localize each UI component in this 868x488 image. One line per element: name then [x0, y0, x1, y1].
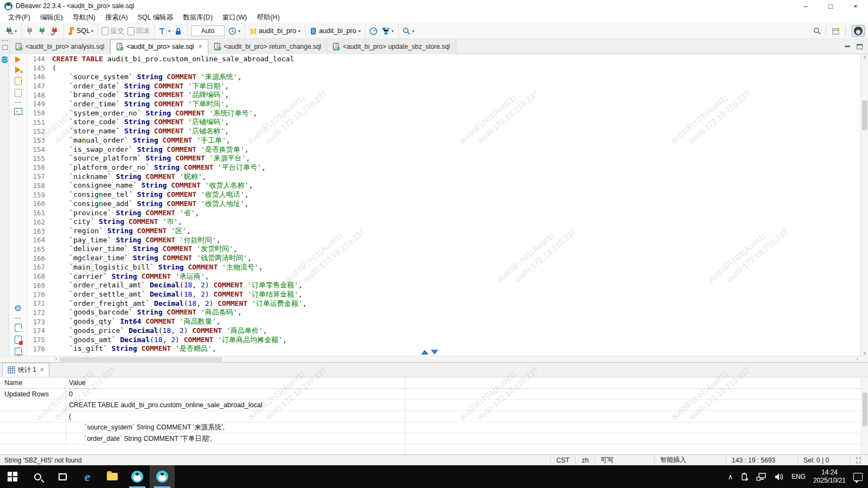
editor-tab-2[interactable]: <audit_bi_pro> return_change.sql: [208, 39, 327, 54]
sql-code-editor[interactable]: 144CREATE TABLE audit_bi_pro.custom_onli…: [27, 54, 860, 356]
execute-new-tab-button[interactable]: +: [15, 67, 21, 73]
table-row[interactable]: CREATE TABLE audit_bi_pro.custom_online_…: [0, 400, 868, 411]
table-row[interactable]: (: [0, 411, 868, 422]
menu-item-3[interactable]: 搜索(A): [100, 12, 133, 23]
line-number: 171: [27, 299, 52, 307]
disconnect-button[interactable]: [48, 25, 61, 37]
commit-button[interactable]: 提交: [100, 25, 125, 37]
schema-selector[interactable]: audit_bi_pro ▾: [307, 25, 362, 37]
close-tab-icon[interactable]: ×: [40, 367, 44, 373]
new-connection-button[interactable]: + ▾: [3, 25, 18, 37]
status-bar: String 'SBZ_HIS' not found CST zh 可写 智能插…: [0, 454, 868, 465]
scrollbar-thumb[interactable]: [60, 357, 222, 362]
code-line: 144CREATE TABLE audit_bi_pro.custom_onli…: [27, 54, 860, 63]
editor-vertical-scrollbar[interactable]: ∧ ∨: [860, 54, 868, 356]
open-terminal-button[interactable]: >_: [14, 108, 22, 115]
search-metadata-button[interactable]: ▾: [400, 25, 416, 37]
script-preview-button[interactable]: [15, 89, 22, 97]
scrollbar-thumb[interactable]: [862, 100, 867, 130]
internet-explorer-button[interactable]: e: [75, 465, 100, 488]
insert-mode-indicator[interactable]: 智能插入: [654, 455, 726, 465]
menu-item-6[interactable]: 窗口(W): [218, 12, 252, 23]
dashboard-button[interactable]: [367, 25, 380, 37]
panel-sash-control[interactable]: [421, 350, 438, 355]
code-line: 173 `goods_qty` Int64 COMMENT '商品数量',: [27, 317, 860, 326]
dbeaver-perspective-button[interactable]: [852, 25, 865, 37]
sql-editor-button[interactable]: SQL ▾: [66, 25, 95, 37]
transaction-log-button[interactable]: ▾: [156, 25, 172, 37]
window-minimize-button[interactable]: –: [793, 0, 818, 12]
connect-button[interactable]: [23, 25, 36, 37]
writable-indicator[interactable]: 可写: [595, 455, 654, 465]
statistics-tab[interactable]: 统计 1 ×: [2, 363, 49, 377]
volume-tray-icon[interactable]: [774, 473, 784, 481]
table-row[interactable]: Updated Rows0: [0, 389, 868, 400]
taskbar-search-button[interactable]: [25, 465, 50, 488]
editor-settings-button[interactable]: ⚙: [14, 304, 22, 313]
code-line: 147 `order_date` String COMMENT '下单日期',: [27, 81, 860, 91]
line-number: 157: [27, 172, 52, 181]
quick-access-search-button[interactable]: [811, 25, 824, 37]
timezone-indicator[interactable]: CST: [550, 455, 575, 465]
database-navigator-icon[interactable]: [1, 56, 9, 64]
invalidate-reconnect-button[interactable]: [36, 25, 48, 37]
window-close-button[interactable]: ×: [843, 0, 868, 12]
table-row[interactable]: `source_system` String COMMENT '来源系统',: [0, 422, 868, 434]
execute-statement-button[interactable]: [15, 56, 21, 63]
tray-expand-chevron[interactable]: ∧: [727, 473, 733, 481]
table-header-row: NameValue: [0, 377, 868, 389]
input-language-indicator[interactable]: ENG: [792, 473, 806, 480]
panel-scrollbar[interactable]: [861, 377, 868, 455]
lock-button[interactable]: [172, 25, 184, 37]
transaction-history-button[interactable]: ▾: [226, 25, 242, 37]
locale-indicator[interactable]: zh: [575, 455, 595, 465]
open-perspective-button[interactable]: [830, 25, 843, 37]
code-line: 146 `source_system` String COMMENT '来源系统…: [27, 72, 860, 81]
menu-item-5[interactable]: 数据库(D): [178, 12, 218, 23]
task-view-button[interactable]: [50, 465, 75, 488]
execute-script-button[interactable]: [15, 77, 22, 85]
taskbar-clock[interactable]: 14:24 2025/10/21: [813, 468, 846, 485]
menu-item-4[interactable]: SQL 编辑器: [133, 12, 178, 23]
minimize-view-button[interactable]: [845, 46, 850, 47]
menu-item-0[interactable]: 文件(F): [3, 12, 35, 23]
menu-item-1[interactable]: 编辑(E): [35, 12, 68, 23]
selection-indicator[interactable]: Sel: 0 | 0: [797, 455, 850, 465]
scrollbar-thumb[interactable]: [863, 393, 867, 426]
editor-horizontal-scrollbar[interactable]: ‹ ›: [0, 356, 868, 362]
line-number: 149: [27, 100, 52, 108]
maximize-view-button[interactable]: [857, 44, 863, 49]
scroll-right-arrow[interactable]: ›: [857, 356, 858, 362]
commit-icon: [101, 27, 108, 35]
scroll-left-arrow[interactable]: ‹: [55, 356, 57, 362]
export-result-button[interactable]: →: [15, 324, 22, 332]
scroll-down-arrow[interactable]: ∨: [861, 350, 868, 356]
sash-up-icon[interactable]: [421, 350, 429, 355]
error-log-button[interactable]: [15, 336, 22, 344]
scroll-up-arrow[interactable]: ∧: [861, 54, 868, 60]
table-row[interactable]: `order_date` String COMMENT '下单日期',: [0, 433, 868, 445]
menu-item-7[interactable]: 帮助(H): [252, 12, 284, 23]
explain-plan-button[interactable]: ▾: [380, 25, 395, 37]
editor-tab-0[interactable]: <audit_bi_pro> analysis.sql: [10, 39, 110, 54]
network-tray-icon[interactable]: [756, 473, 767, 481]
rollback-button[interactable]: 回滚: [126, 25, 151, 37]
action-center-icon[interactable]: [853, 473, 863, 481]
close-tab-icon[interactable]: ×: [199, 43, 202, 50]
usb-tray-icon[interactable]: [741, 472, 749, 481]
dbeaver-taskbar-button-active[interactable]: [150, 465, 175, 488]
grip-handle[interactable]: [2, 40, 8, 42]
editor-tab-1[interactable]: <audit_bi_pro> sale.sql×: [110, 39, 208, 54]
word-wrap-button[interactable]: (w): [15, 348, 22, 356]
autocommit-select[interactable]: Auto: [191, 25, 225, 36]
file-explorer-button[interactable]: [100, 465, 125, 488]
sash-down-icon[interactable]: [431, 350, 438, 355]
window-maximize-button[interactable]: □: [818, 0, 843, 12]
editor-tab-3[interactable]: <audit_bi_pro> update_sbz_store.sql: [327, 39, 456, 54]
start-button[interactable]: [0, 465, 25, 488]
dbeaver-taskbar-button[interactable]: [125, 465, 150, 488]
restore-view-button[interactable]: [2, 45, 8, 50]
menu-item-2[interactable]: 导航(N): [68, 12, 100, 23]
connection-selector[interactable]: audit_bi_pro ▾: [247, 25, 302, 37]
caret-position-indicator[interactable]: 143 : 19 : 5693: [726, 455, 797, 465]
